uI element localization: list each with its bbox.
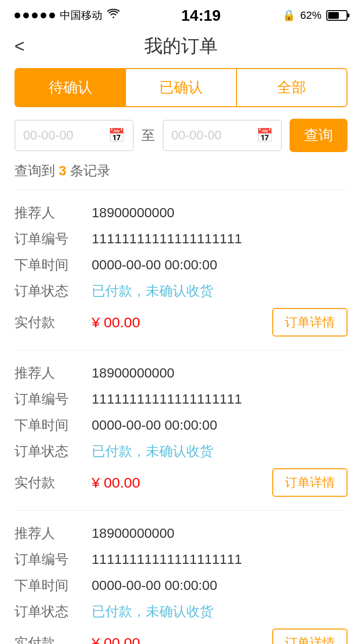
order-no-label-1: 订单编号 [14,230,92,248]
order-3-amount-row: 实付款 ¥ 00.00 订单详情 [14,625,348,644]
carrier-label: 中国移动 [60,8,102,23]
order-card-3: 推荐人 18900000000 订单编号 1111111111111111111… [14,510,348,644]
order-2-status-row: 订单状态 已付款，未确认收货 [14,438,348,464]
order-status-label-3: 订单状态 [14,602,92,621]
result-count: 查询到 3 条记录 [0,162,362,190]
recommender-value-1: 18900000000 [92,205,348,221]
order-1-amount-row: 实付款 ¥ 00.00 订单详情 [14,304,348,340]
amount-value-1: ¥ 00.00 [92,314,272,331]
start-date-input[interactable]: 00-00-00 📅 [14,120,134,151]
page-title: 我的订单 [144,34,218,58]
order-no-label-2: 订单编号 [14,390,92,408]
tab-confirmed[interactable]: 已确认 [126,69,237,106]
order-1-recommender-row: 推荐人 18900000000 [14,200,348,226]
order-1-time-row: 下单时间 0000-00-00 00:00:00 [14,252,348,278]
order-status-label-2: 订单状态 [14,442,92,461]
order-no-label-3: 订单编号 [14,550,92,569]
end-date-input[interactable]: 00-00-00 📅 [163,120,282,151]
recommender-label-2: 推荐人 [14,364,92,382]
wifi-icon [107,9,120,22]
detail-button-2[interactable]: 订单详情 [272,468,348,497]
amount-label-2: 实付款 [14,474,92,492]
back-button[interactable]: < [14,36,25,56]
end-calendar-icon: 📅 [256,127,273,143]
end-date-placeholder: 00-00-00 [171,128,222,143]
start-calendar-icon: 📅 [108,127,125,143]
order-3-status-row: 订单状态 已付款，未确认收货 [14,599,348,625]
order-time-value-2: 0000-00-00 00:00:00 [92,418,348,433]
recommender-label-3: 推荐人 [14,524,92,543]
lock-icon: 🔒 [282,9,295,22]
order-2-amount-row: 实付款 ¥ 00.00 订单详情 [14,464,348,501]
recommender-label-1: 推荐人 [14,204,92,222]
order-3-time-row: 下单时间 0000-00-00 00:00:00 [14,573,348,599]
recommender-value-2: 18900000000 [92,365,348,381]
amount-value-3: ¥ 00.00 [92,635,272,644]
battery-icon [326,10,348,21]
tab-all[interactable]: 全部 [237,69,347,106]
order-no-value-3: 11111111111111111111 [92,552,348,567]
order-time-label-1: 下单时间 [14,256,92,274]
status-bar: 中国移动 14:19 🔒 62% [0,0,362,29]
order-time-label-2: 下单时间 [14,416,92,434]
status-left: 中国移动 [14,8,120,23]
tab-pending[interactable]: 待确认 [15,69,126,106]
order-no-value-2: 11111111111111111111 [92,392,348,407]
order-2-recommender-row: 推荐人 18900000000 [14,360,348,386]
status-time: 14:19 [181,7,221,25]
detail-button-1[interactable]: 订单详情 [272,308,348,336]
order-status-label-1: 订单状态 [14,282,92,300]
order-3-no-row: 订单编号 11111111111111111111 [14,546,348,573]
order-status-value-2: 已付款，未确认收货 [92,442,348,461]
result-suffix: 条记录 [66,163,111,178]
order-time-value-3: 0000-00-00 00:00:00 [92,578,348,593]
date-filter: 00-00-00 📅 至 00-00-00 📅 查询 [14,119,348,152]
order-card-1: 推荐人 18900000000 订单编号 1111111111111111111… [14,190,348,350]
search-button[interactable]: 查询 [290,119,348,152]
battery-percentage: 62% [300,9,321,22]
order-list: 推荐人 18900000000 订单编号 1111111111111111111… [0,190,362,644]
signal-dots [14,13,55,18]
amount-value-2: ¥ 00.00 [92,475,272,491]
order-status-value-1: 已付款，未确认收货 [92,282,348,300]
detail-button-3[interactable]: 订单详情 [272,629,348,644]
order-1-no-row: 订单编号 11111111111111111111 [14,226,348,252]
result-prefix: 查询到 [14,163,59,178]
start-date-placeholder: 00-00-00 [23,128,73,143]
order-no-value-1: 11111111111111111111 [92,231,348,247]
order-2-time-row: 下单时间 0000-00-00 00:00:00 [14,412,348,438]
order-2-no-row: 订单编号 11111111111111111111 [14,386,348,412]
header: < 我的订单 [0,29,362,68]
amount-label-1: 实付款 [14,313,92,332]
recommender-value-3: 18900000000 [92,526,348,541]
order-status-value-3: 已付款，未确认收货 [92,602,348,621]
order-3-recommender-row: 推荐人 18900000000 [14,520,348,546]
amount-label-3: 实付款 [14,634,92,644]
order-card-2: 推荐人 18900000000 订单编号 1111111111111111111… [14,350,348,510]
order-tabs: 待确认 已确认 全部 [14,68,348,107]
result-number: 3 [59,163,67,178]
status-right: 🔒 62% [282,9,348,22]
date-separator: 至 [141,126,155,145]
order-time-label-3: 下单时间 [14,576,92,595]
order-1-status-row: 订单状态 已付款，未确认收货 [14,278,348,304]
order-time-value-1: 0000-00-00 00:00:00 [92,257,348,273]
